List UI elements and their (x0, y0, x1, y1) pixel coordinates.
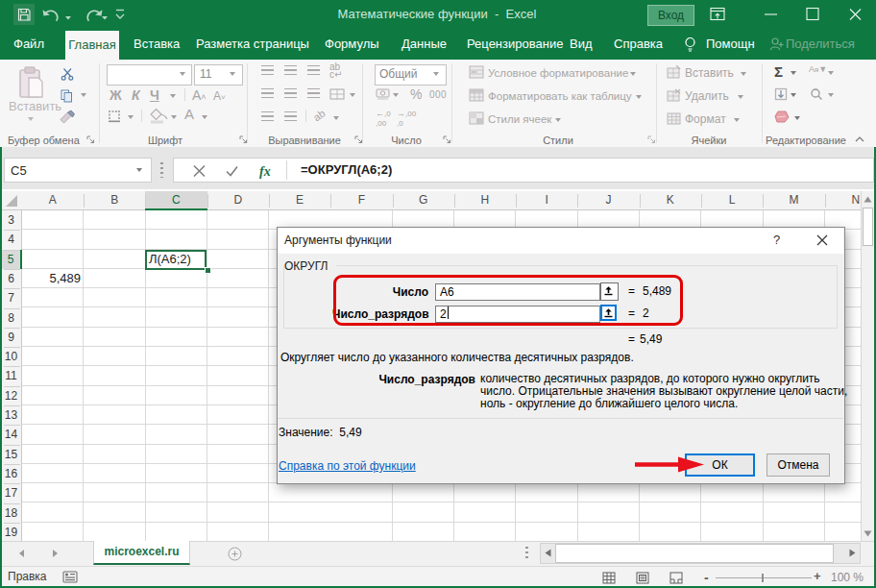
svg-text:fx: fx (259, 164, 271, 179)
